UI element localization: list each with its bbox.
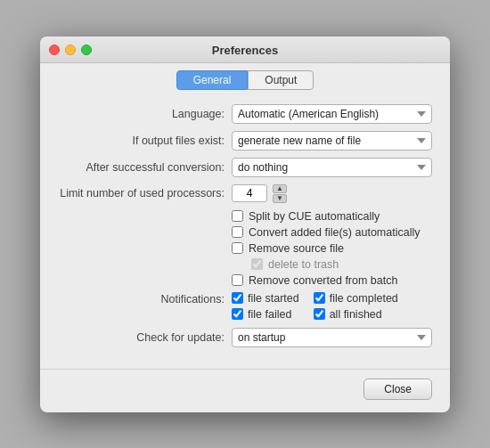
after-conversion-label: After successful conversion: — [58, 161, 232, 174]
split-cue-label: Split by CUE automatically — [249, 210, 380, 223]
check-update-row: Check for update: on startup daily weekl… — [58, 328, 432, 347]
processors-control: ▲ ▼ — [232, 184, 432, 203]
checkbox-remove-source: Remove source file — [232, 242, 432, 255]
remove-converted-checkbox[interactable] — [232, 274, 243, 286]
split-cue-checkbox[interactable] — [232, 210, 243, 222]
tab-general[interactable]: General — [176, 70, 249, 90]
delete-trash-label: delete to trash — [268, 258, 339, 271]
stepper-up-button[interactable]: ▲ — [273, 184, 287, 193]
convert-added-checkbox[interactable] — [232, 226, 243, 238]
after-conversion-row: After successful conversion: do nothing … — [58, 158, 432, 177]
notifications-grid: file started file completed file failed … — [232, 292, 398, 321]
file-started-checkbox[interactable] — [232, 292, 243, 304]
stepper-down-button[interactable]: ▼ — [273, 194, 287, 203]
processor-count-input[interactable] — [232, 184, 267, 202]
output-files-row: If output files exist: generate new name… — [58, 131, 432, 151]
close-button[interactable]: Close — [363, 379, 432, 400]
output-files-select[interactable]: generate new name of file overwrite skip — [232, 131, 432, 151]
minimize-traffic-light[interactable] — [65, 45, 76, 55]
language-row: Language: Automatic (American English) E… — [58, 104, 432, 124]
delete-trash-checkbox[interactable] — [251, 258, 263, 270]
file-completed-label: file completed — [330, 292, 398, 305]
maximize-traffic-light[interactable] — [81, 45, 92, 55]
notifications-label: Notifications: — [58, 292, 232, 305]
after-conversion-control: do nothing open folder quit application — [232, 158, 432, 177]
traffic-lights — [49, 45, 92, 55]
check-update-label: Check for update: — [58, 331, 232, 344]
after-conversion-select-wrapper: do nothing open folder quit application — [232, 158, 432, 177]
all-finished-label: all finished — [330, 308, 382, 321]
notifications-section: Notifications: file started file complet… — [58, 292, 432, 321]
after-conversion-select[interactable]: do nothing open folder quit application — [232, 158, 432, 177]
file-completed-checkbox[interactable] — [314, 292, 325, 304]
notif-file-started: file started — [232, 292, 299, 305]
language-select[interactable]: Automatic (American English) English Fre… — [232, 104, 432, 124]
remove-source-label: Remove source file — [249, 242, 344, 255]
file-failed-checkbox[interactable] — [232, 308, 243, 320]
language-label: Language: — [58, 108, 232, 120]
all-finished-checkbox[interactable] — [314, 308, 325, 320]
output-files-control: generate new name of file overwrite skip — [232, 131, 432, 151]
notif-file-failed: file failed — [232, 308, 299, 321]
limit-processors-row: Limit number of used processors: ▲ ▼ — [58, 184, 432, 203]
window-title: Preferences — [212, 44, 278, 57]
file-failed-label: file failed — [248, 308, 291, 321]
language-control: Automatic (American English) English Fre… — [232, 104, 432, 124]
checkbox-convert-added: Convert added file(s) automatically — [232, 226, 432, 239]
title-bar: Preferences — [40, 37, 450, 63]
tab-output[interactable]: Output — [248, 70, 314, 90]
notif-file-completed: file completed — [314, 292, 398, 305]
remove-converted-label: Remove converted from batch — [249, 274, 397, 287]
close-traffic-light[interactable] — [49, 45, 60, 55]
output-files-label: If output files exist: — [58, 134, 232, 147]
preferences-window: Preferences General Output Language: Aut… — [40, 37, 450, 412]
checkboxes-section: Split by CUE automatically Convert added… — [232, 210, 432, 287]
tab-bar: General Output — [40, 63, 450, 94]
convert-added-label: Convert added file(s) automatically — [249, 226, 420, 239]
checkbox-split-cue: Split by CUE automatically — [232, 210, 432, 223]
preferences-content: Language: Automatic (American English) E… — [40, 94, 450, 369]
check-update-control: on startup daily weekly never — [232, 328, 432, 347]
check-update-select[interactable]: on startup daily weekly never — [232, 328, 432, 347]
output-files-select-wrapper: generate new name of file overwrite skip — [232, 131, 432, 151]
notif-all-finished: all finished — [314, 308, 398, 321]
stepper: ▲ ▼ — [232, 184, 287, 203]
check-update-select-wrapper: on startup daily weekly never — [232, 328, 432, 347]
checkbox-remove-converted: Remove converted from batch — [232, 274, 432, 287]
stepper-buttons: ▲ ▼ — [273, 184, 287, 203]
footer: Close — [40, 369, 450, 412]
language-select-wrapper: Automatic (American English) English Fre… — [232, 104, 432, 124]
limit-processors-label: Limit number of used processors: — [58, 187, 232, 200]
remove-source-checkbox[interactable] — [232, 242, 243, 254]
checkbox-delete-trash: delete to trash — [251, 258, 432, 271]
file-started-label: file started — [248, 292, 299, 305]
